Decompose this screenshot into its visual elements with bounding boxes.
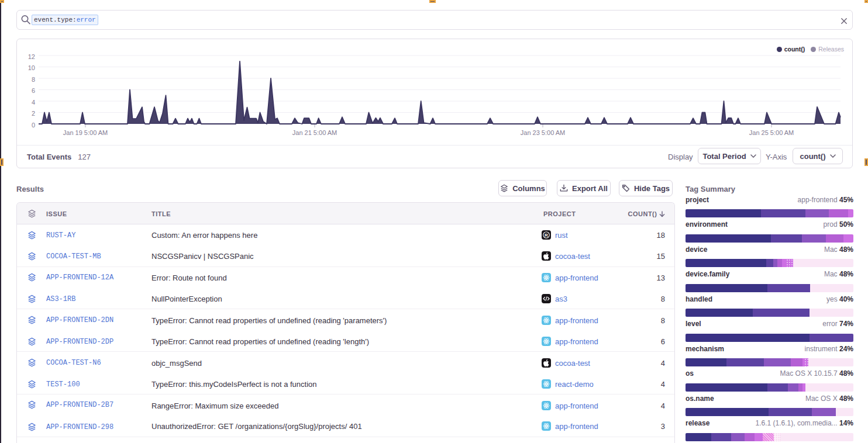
svg-text:R: R bbox=[545, 233, 548, 238]
